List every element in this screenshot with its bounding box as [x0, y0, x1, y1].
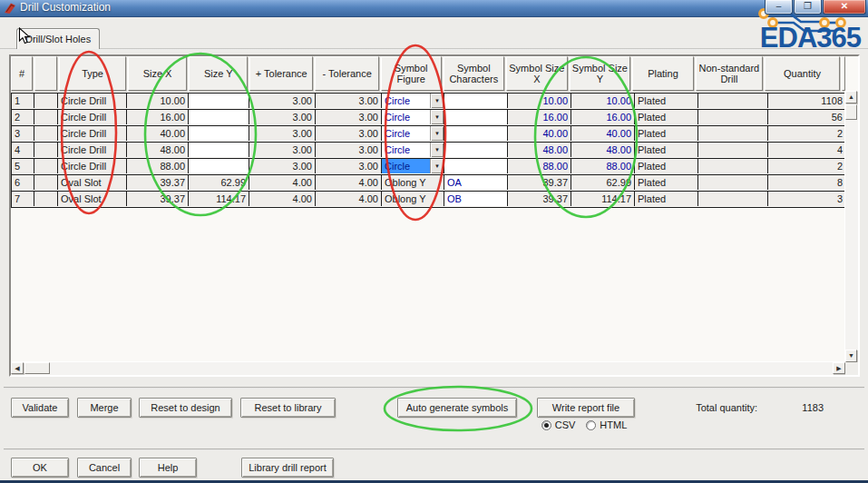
cell-symbol_size_x[interactable]: 39.37 — [508, 192, 571, 206]
validate-button[interactable]: Validate — [11, 398, 69, 418]
cell-plating[interactable]: Plated — [635, 94, 698, 108]
cell-select[interactable] — [34, 126, 58, 141]
cell-size_x[interactable]: 39.37 — [127, 175, 189, 190]
cell-symbol_figure[interactable]: Circle▼ — [382, 159, 444, 173]
cell-quantity[interactable]: 4 — [768, 143, 845, 157]
column-header-non_standard_drill[interactable]: Non-standard Drill — [696, 56, 763, 91]
cell-symbol_characters[interactable] — [444, 143, 508, 157]
column-header-symbol_size_y[interactable]: Symbol Size Y — [570, 56, 631, 91]
cell-plus_tolerance[interactable]: 3.00 — [249, 159, 316, 173]
scroll-down-button[interactable]: ▼ — [845, 350, 857, 362]
column-header-symbol_figure[interactable]: Symbol Figure — [381, 56, 442, 91]
column-header-quantity[interactable]: Quantity — [765, 56, 840, 91]
cell-select[interactable] — [34, 192, 58, 206]
table-row[interactable]: 4Circle Drill48.003.003.00Circle▼48.0048… — [12, 143, 845, 159]
column-header-select[interactable] — [34, 56, 57, 91]
vertical-scroll-thumb[interactable] — [845, 104, 857, 120]
cell-symbol_characters[interactable]: OB — [444, 192, 508, 206]
horizontal-scrollbar[interactable]: ◀ ▶ — [11, 361, 845, 375]
cell-symbol_figure[interactable]: Circle▼ — [382, 110, 444, 124]
cell-symbol_size_y[interactable]: 10.00 — [571, 94, 635, 108]
cell-symbol_size_y[interactable]: 62.99 — [571, 175, 635, 190]
table-row[interactable]: 7Oval Slot39.37114.174.004.00Oblong YOB3… — [12, 192, 845, 208]
cell-minus_tolerance[interactable]: 3.00 — [316, 159, 382, 173]
write-report-file-button[interactable]: Write report file — [537, 398, 635, 418]
cell-symbol_size_y[interactable]: 88.00 — [571, 159, 635, 173]
cell-type[interactable]: Oval Slot — [58, 175, 127, 190]
cell-symbol_figure[interactable]: Circle▼ — [382, 126, 444, 141]
table-row[interactable]: 3Circle Drill40.003.003.00Circle▼40.0040… — [12, 126, 845, 143]
symbol-figure-dropdown-icon[interactable]: ▼ — [430, 94, 444, 108]
cell-plating[interactable]: Plated — [635, 143, 698, 157]
minimize-button[interactable]: – — [765, 0, 793, 15]
cell-num[interactable]: 1 — [12, 94, 34, 108]
cell-size_x[interactable]: 48.00 — [127, 143, 189, 157]
cell-quantity[interactable]: 8 — [768, 175, 845, 190]
cell-type[interactable]: Circle Drill — [58, 143, 127, 157]
cell-type[interactable]: Circle Drill — [58, 110, 127, 124]
cell-num[interactable]: 6 — [12, 175, 34, 190]
cell-quantity[interactable]: 3 — [768, 192, 845, 206]
cell-select[interactable] — [34, 110, 58, 124]
ok-button[interactable]: OK — [11, 458, 69, 478]
cancel-button[interactable]: Cancel — [77, 458, 132, 478]
column-header-type[interactable]: Type — [59, 56, 125, 91]
cell-symbol_size_y[interactable]: 114.17 — [571, 192, 635, 206]
html-radio[interactable]: HTML — [586, 419, 627, 430]
cell-symbol_characters[interactable] — [444, 94, 508, 108]
cell-plus_tolerance[interactable]: 3.00 — [249, 110, 316, 124]
cell-size_x[interactable]: 40.00 — [127, 126, 189, 141]
horizontal-scroll-thumb[interactable] — [24, 362, 50, 374]
cell-type[interactable]: Circle Drill — [58, 126, 127, 141]
cell-size_y[interactable]: 114.17 — [189, 192, 249, 206]
cell-symbol_characters[interactable]: OA — [444, 175, 508, 190]
cell-symbol_figure[interactable]: Oblong Y — [382, 192, 444, 206]
csv-radio[interactable]: CSV — [541, 419, 576, 430]
cell-num[interactable]: 4 — [12, 143, 34, 157]
cell-non_standard_drill[interactable] — [698, 94, 768, 108]
symbol-figure-dropdown-icon[interactable]: ▼ — [430, 159, 444, 173]
cell-size_y[interactable]: 62.99 — [189, 175, 249, 190]
cell-quantity[interactable]: 1108 — [768, 94, 845, 108]
cell-type[interactable]: Oval Slot — [58, 192, 127, 206]
cell-symbol_figure[interactable]: Circle▼ — [382, 94, 444, 108]
symbol-figure-dropdown-icon[interactable]: ▼ — [430, 126, 444, 141]
cell-symbol_figure[interactable]: Oblong Y — [382, 175, 444, 190]
cell-plus_tolerance[interactable]: 4.00 — [249, 175, 316, 190]
cell-symbol_size_x[interactable]: 40.00 — [508, 126, 571, 141]
cell-plating[interactable]: Plated — [635, 159, 698, 173]
cell-quantity[interactable]: 2 — [768, 159, 845, 173]
cell-symbol_characters[interactable] — [444, 126, 508, 141]
cell-plating[interactable]: Plated — [635, 175, 698, 190]
maximize-button[interactable]: ❐ — [794, 0, 822, 15]
cell-num[interactable]: 7 — [12, 192, 34, 206]
cell-symbol_size_x[interactable]: 16.00 — [508, 110, 571, 124]
cell-select[interactable] — [34, 143, 58, 157]
reset-to-design-button[interactable]: Reset to design — [139, 398, 232, 418]
cell-size_y[interactable] — [189, 143, 249, 157]
symbol-figure-dropdown-icon[interactable]: ▼ — [430, 143, 444, 157]
cell-symbol_size_x[interactable]: 10.00 — [508, 94, 571, 108]
column-header-size_y[interactable]: Size Y — [189, 56, 248, 91]
cell-minus_tolerance[interactable]: 3.00 — [316, 126, 382, 141]
cell-minus_tolerance[interactable]: 3.00 — [316, 143, 382, 157]
cell-symbol_size_x[interactable]: 39.37 — [508, 175, 571, 190]
title-bar[interactable]: Drill Customization – ❐ ✕ — [0, 0, 868, 17]
cell-size_x[interactable]: 39.37 — [127, 192, 189, 206]
cell-size_y[interactable] — [189, 94, 249, 108]
cell-symbol_characters[interactable] — [444, 159, 508, 173]
cell-select[interactable] — [34, 94, 58, 108]
cell-quantity[interactable]: 2 — [768, 126, 845, 141]
column-header-plus_tolerance[interactable]: + Tolerance — [249, 56, 313, 91]
column-header-size_x[interactable]: Size X — [128, 56, 188, 91]
cell-plus_tolerance[interactable]: 3.00 — [249, 94, 316, 108]
cell-size_y[interactable] — [189, 126, 249, 141]
cell-plating[interactable]: Plated — [635, 192, 698, 206]
cell-minus_tolerance[interactable]: 4.00 — [316, 192, 382, 206]
column-header-num[interactable]: # — [11, 56, 33, 91]
cell-select[interactable] — [34, 159, 58, 173]
column-header-symbol_size_x[interactable]: Symbol Size X — [506, 56, 568, 91]
cell-minus_tolerance[interactable]: 4.00 — [316, 175, 382, 190]
library-drill-report-button[interactable]: Library drill report — [241, 458, 334, 478]
cell-size_x[interactable]: 10.00 — [127, 94, 189, 108]
